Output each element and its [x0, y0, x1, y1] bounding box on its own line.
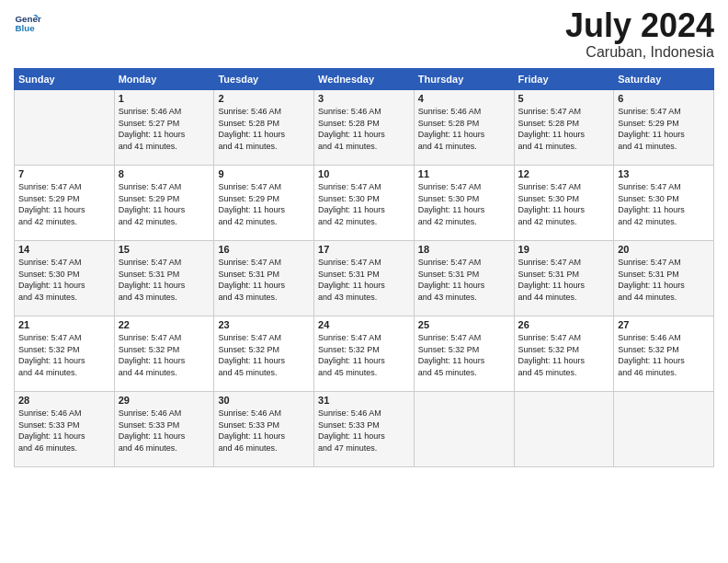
- month-title: July 2024: [565, 9, 714, 42]
- calendar-cell: 17Sunrise: 5:47 AM Sunset: 5:31 PM Dayli…: [314, 241, 415, 316]
- page-header: General Blue July 2024 Caruban, Indonesi…: [14, 9, 714, 61]
- week-row-2: 7Sunrise: 5:47 AM Sunset: 5:29 PM Daylig…: [15, 166, 714, 241]
- column-header-friday: Friday: [514, 69, 614, 90]
- day-info: Sunrise: 5:47 AM Sunset: 5:32 PM Dayligh…: [518, 332, 610, 378]
- calendar-cell: 2Sunrise: 5:46 AM Sunset: 5:28 PM Daylig…: [214, 90, 314, 166]
- day-number: 9: [218, 168, 310, 179]
- day-info: Sunrise: 5:47 AM Sunset: 5:31 PM Dayligh…: [418, 257, 510, 303]
- day-info: Sunrise: 5:47 AM Sunset: 5:32 PM Dayligh…: [318, 332, 410, 378]
- day-number: 22: [119, 319, 210, 330]
- day-info: Sunrise: 5:47 AM Sunset: 5:31 PM Dayligh…: [218, 257, 310, 303]
- day-info: Sunrise: 5:47 AM Sunset: 5:31 PM Dayligh…: [119, 257, 210, 303]
- calendar-cell: 25Sunrise: 5:47 AM Sunset: 5:32 PM Dayli…: [414, 316, 514, 392]
- day-info: Sunrise: 5:46 AM Sunset: 5:28 PM Dayligh…: [418, 106, 510, 152]
- calendar-cell: 19Sunrise: 5:47 AM Sunset: 5:31 PM Dayli…: [514, 241, 614, 316]
- day-info: Sunrise: 5:47 AM Sunset: 5:32 PM Dayligh…: [418, 332, 510, 378]
- day-info: Sunrise: 5:47 AM Sunset: 5:31 PM Dayligh…: [618, 257, 710, 303]
- calendar-cell: 4Sunrise: 5:46 AM Sunset: 5:28 PM Daylig…: [414, 90, 514, 166]
- day-number: 29: [119, 395, 210, 406]
- calendar-cell: 6Sunrise: 5:47 AM Sunset: 5:29 PM Daylig…: [614, 90, 714, 166]
- day-number: 25: [418, 319, 510, 330]
- day-info: Sunrise: 5:46 AM Sunset: 5:27 PM Dayligh…: [119, 106, 210, 152]
- calendar-cell: 23Sunrise: 5:47 AM Sunset: 5:32 PM Dayli…: [214, 316, 314, 392]
- column-header-sunday: Sunday: [15, 69, 115, 90]
- title-block: July 2024 Caruban, Indonesia: [565, 9, 714, 61]
- calendar-cell: 20Sunrise: 5:47 AM Sunset: 5:31 PM Dayli…: [614, 241, 714, 316]
- day-info: Sunrise: 5:47 AM Sunset: 5:32 PM Dayligh…: [119, 332, 210, 378]
- day-number: 30: [218, 395, 310, 406]
- day-info: Sunrise: 5:46 AM Sunset: 5:32 PM Dayligh…: [618, 332, 710, 378]
- day-info: Sunrise: 5:46 AM Sunset: 5:33 PM Dayligh…: [119, 408, 210, 454]
- day-number: 26: [518, 319, 610, 330]
- calendar-cell: 26Sunrise: 5:47 AM Sunset: 5:32 PM Dayli…: [514, 316, 614, 392]
- day-number: 6: [618, 93, 710, 104]
- calendar-cell: 24Sunrise: 5:47 AM Sunset: 5:32 PM Dayli…: [314, 316, 415, 392]
- calendar-cell: 16Sunrise: 5:47 AM Sunset: 5:31 PM Dayli…: [214, 241, 314, 316]
- day-info: Sunrise: 5:47 AM Sunset: 5:31 PM Dayligh…: [518, 257, 610, 303]
- day-number: 8: [119, 168, 210, 179]
- day-number: 15: [119, 244, 210, 255]
- week-row-1: 1Sunrise: 5:46 AM Sunset: 5:27 PM Daylig…: [15, 90, 714, 166]
- calendar-cell: 14Sunrise: 5:47 AM Sunset: 5:30 PM Dayli…: [15, 241, 115, 316]
- column-headers: SundayMondayTuesdayWednesdayThursdayFrid…: [15, 69, 714, 90]
- day-info: Sunrise: 5:46 AM Sunset: 5:33 PM Dayligh…: [318, 408, 410, 454]
- day-info: Sunrise: 5:47 AM Sunset: 5:29 PM Dayligh…: [218, 181, 310, 227]
- column-header-tuesday: Tuesday: [214, 69, 314, 90]
- day-info: Sunrise: 5:47 AM Sunset: 5:30 PM Dayligh…: [18, 257, 110, 303]
- day-info: Sunrise: 5:47 AM Sunset: 5:30 PM Dayligh…: [618, 181, 710, 227]
- day-number: 17: [318, 244, 410, 255]
- logo: General Blue: [14, 9, 41, 37]
- day-number: 27: [618, 319, 710, 330]
- day-info: Sunrise: 5:47 AM Sunset: 5:32 PM Dayligh…: [18, 332, 110, 378]
- day-number: 23: [218, 319, 310, 330]
- day-info: Sunrise: 5:47 AM Sunset: 5:30 PM Dayligh…: [318, 181, 410, 227]
- day-number: 14: [18, 244, 110, 255]
- calendar-cell: 22Sunrise: 5:47 AM Sunset: 5:32 PM Dayli…: [114, 316, 214, 392]
- calendar-cell: 18Sunrise: 5:47 AM Sunset: 5:31 PM Dayli…: [414, 241, 514, 316]
- calendar-cell: 1Sunrise: 5:46 AM Sunset: 5:27 PM Daylig…: [114, 90, 214, 166]
- day-info: Sunrise: 5:46 AM Sunset: 5:33 PM Dayligh…: [218, 408, 310, 454]
- column-header-monday: Monday: [114, 69, 214, 90]
- day-number: 16: [218, 244, 310, 255]
- day-info: Sunrise: 5:46 AM Sunset: 5:33 PM Dayligh…: [18, 408, 110, 454]
- day-number: 21: [18, 319, 110, 330]
- day-number: 28: [18, 395, 110, 406]
- day-info: Sunrise: 5:47 AM Sunset: 5:30 PM Dayligh…: [418, 181, 510, 227]
- column-header-thursday: Thursday: [414, 69, 514, 90]
- logo-icon: General Blue: [14, 9, 41, 37]
- day-info: Sunrise: 5:47 AM Sunset: 5:31 PM Dayligh…: [318, 257, 410, 303]
- calendar-cell: 10Sunrise: 5:47 AM Sunset: 5:30 PM Dayli…: [314, 166, 415, 241]
- day-number: 18: [418, 244, 510, 255]
- day-info: Sunrise: 5:46 AM Sunset: 5:28 PM Dayligh…: [218, 106, 310, 152]
- column-header-saturday: Saturday: [614, 69, 714, 90]
- calendar-cell: 15Sunrise: 5:47 AM Sunset: 5:31 PM Dayli…: [114, 241, 214, 316]
- day-info: Sunrise: 5:47 AM Sunset: 5:28 PM Dayligh…: [518, 106, 610, 152]
- day-number: 2: [218, 93, 310, 104]
- day-info: Sunrise: 5:46 AM Sunset: 5:28 PM Dayligh…: [318, 106, 410, 152]
- calendar-cell: [414, 392, 514, 467]
- calendar-cell: 12Sunrise: 5:47 AM Sunset: 5:30 PM Dayli…: [514, 166, 614, 241]
- calendar-cell: [15, 90, 115, 166]
- calendar-table: SundayMondayTuesdayWednesdayThursdayFrid…: [14, 68, 714, 467]
- day-number: 1: [119, 93, 210, 104]
- day-number: 3: [318, 93, 410, 104]
- calendar-cell: 11Sunrise: 5:47 AM Sunset: 5:30 PM Dayli…: [414, 166, 514, 241]
- calendar-cell: 21Sunrise: 5:47 AM Sunset: 5:32 PM Dayli…: [15, 316, 115, 392]
- day-info: Sunrise: 5:47 AM Sunset: 5:29 PM Dayligh…: [18, 181, 110, 227]
- week-row-5: 28Sunrise: 5:46 AM Sunset: 5:33 PM Dayli…: [15, 392, 714, 467]
- svg-text:Blue: Blue: [16, 23, 36, 33]
- day-number: 20: [618, 244, 710, 255]
- day-number: 12: [518, 168, 610, 179]
- calendar-cell: 3Sunrise: 5:46 AM Sunset: 5:28 PM Daylig…: [314, 90, 415, 166]
- day-info: Sunrise: 5:47 AM Sunset: 5:32 PM Dayligh…: [218, 332, 310, 378]
- calendar-cell: 7Sunrise: 5:47 AM Sunset: 5:29 PM Daylig…: [15, 166, 115, 241]
- day-number: 11: [418, 168, 510, 179]
- day-info: Sunrise: 5:47 AM Sunset: 5:30 PM Dayligh…: [518, 181, 610, 227]
- day-number: 24: [318, 319, 410, 330]
- column-header-wednesday: Wednesday: [314, 69, 415, 90]
- calendar-cell: 9Sunrise: 5:47 AM Sunset: 5:29 PM Daylig…: [214, 166, 314, 241]
- day-number: 4: [418, 93, 510, 104]
- week-row-4: 21Sunrise: 5:47 AM Sunset: 5:32 PM Dayli…: [15, 316, 714, 392]
- calendar-cell: 27Sunrise: 5:46 AM Sunset: 5:32 PM Dayli…: [614, 316, 714, 392]
- location-title: Caruban, Indonesia: [565, 44, 714, 61]
